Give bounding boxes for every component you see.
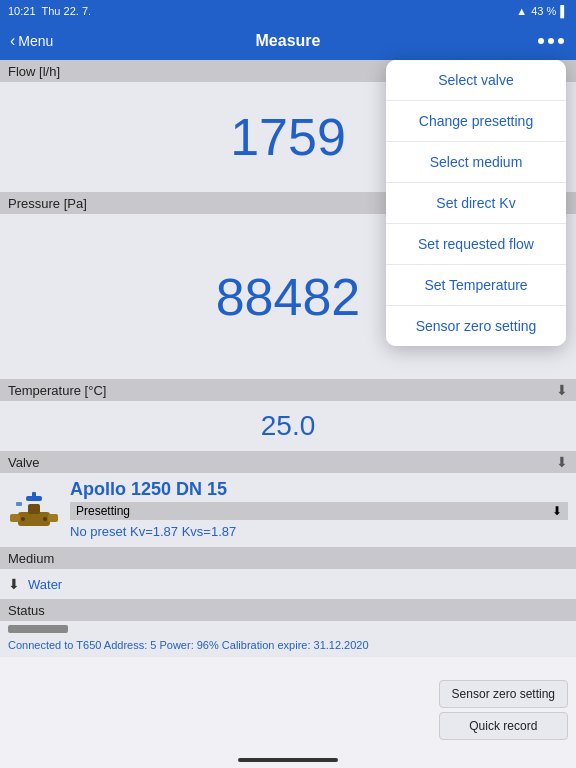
dot-2: [548, 38, 554, 44]
dot-1: [538, 38, 544, 44]
connection-text: Connected to T650 Address: 5 Power: 96% …: [0, 637, 576, 657]
valve-name: Apollo 1250 DN 15: [70, 479, 568, 500]
medium-water-link[interactable]: Water: [28, 577, 62, 592]
svg-point-6: [21, 517, 25, 521]
back-chevron-icon: ‹: [10, 32, 15, 50]
temperature-header: Temperature [°C] ⬇: [0, 379, 576, 401]
presetting-row: Presetting ⬇: [70, 502, 568, 520]
presetting-label: Presetting: [76, 504, 130, 518]
flow-value: 1759: [230, 107, 346, 167]
medium-header-label: Medium: [8, 551, 54, 566]
valve-info: Apollo 1250 DN 15 Presetting ⬇ No preset…: [70, 479, 568, 541]
svg-point-7: [43, 517, 47, 521]
status-date: Thu 22. 7.: [42, 5, 92, 17]
menu-item-set-requested-flow[interactable]: Set requested flow: [386, 224, 566, 265]
svg-rect-3: [32, 492, 36, 498]
dot-3: [558, 38, 564, 44]
menu-item-change-presetting[interactable]: Change presetting: [386, 101, 566, 142]
pressure-header-label: Pressure [Pa]: [8, 196, 87, 211]
nav-bar: ‹ Menu Measure: [0, 22, 576, 60]
flow-header-label: Flow [l/h]: [8, 64, 60, 79]
sensor-zero-setting-button[interactable]: Sensor zero setting: [439, 680, 568, 708]
dropdown-menu: Select valve Change presetting Select me…: [386, 60, 566, 346]
bottom-buttons: Sensor zero setting Quick record: [439, 680, 568, 740]
svg-rect-8: [16, 502, 22, 506]
valve-header: Valve ⬇: [0, 451, 576, 473]
status-bar-indicator: [8, 625, 68, 633]
valve-section: Apollo 1250 DN 15 Presetting ⬇ No preset…: [0, 473, 576, 547]
menu-item-set-temperature[interactable]: Set Temperature: [386, 265, 566, 306]
valve-image: [8, 484, 60, 536]
back-label: Menu: [18, 33, 53, 49]
menu-item-select-valve[interactable]: Select valve: [386, 60, 566, 101]
quick-record-button[interactable]: Quick record: [439, 712, 568, 740]
menu-item-sensor-zero-setting[interactable]: Sensor zero setting: [386, 306, 566, 346]
medium-section: ⬇ Water: [0, 569, 576, 599]
no-preset: No preset Kv=1.87 Kvs=1.87: [70, 522, 568, 541]
wifi-icon: ▲: [516, 5, 527, 17]
temperature-section: 25.0: [0, 401, 576, 451]
menu-item-set-direct-kv[interactable]: Set direct Kv: [386, 183, 566, 224]
medium-header: Medium: [0, 547, 576, 569]
valve-download-icon[interactable]: ⬇: [556, 454, 568, 470]
svg-rect-5: [48, 514, 58, 522]
nav-back-button[interactable]: ‹ Menu: [10, 32, 53, 50]
svg-rect-4: [10, 514, 20, 522]
status-time: 10:21: [8, 5, 36, 17]
valve-header-label: Valve: [8, 455, 40, 470]
temperature-header-label: Temperature [°C]: [8, 383, 106, 398]
menu-item-select-medium[interactable]: Select medium: [386, 142, 566, 183]
status-header-label: Status: [0, 599, 576, 621]
presetting-download-icon[interactable]: ⬇: [552, 504, 562, 518]
status-bar: 10:21 Thu 22. 7. ▲ 43 % ▌: [0, 0, 576, 22]
temperature-value: 25.0: [261, 410, 316, 442]
svg-rect-1: [28, 504, 40, 514]
battery-icon: ▌: [560, 5, 568, 17]
temperature-download-icon[interactable]: ⬇: [556, 382, 568, 398]
battery-level: 43 %: [531, 5, 556, 17]
home-indicator: [238, 758, 338, 762]
medium-download-icon[interactable]: ⬇: [8, 576, 20, 592]
nav-title: Measure: [256, 32, 321, 50]
pressure-value: 88482: [216, 267, 361, 327]
more-button[interactable]: [538, 38, 564, 44]
status-section: Status Connected to T650 Address: 5 Powe…: [0, 599, 576, 657]
